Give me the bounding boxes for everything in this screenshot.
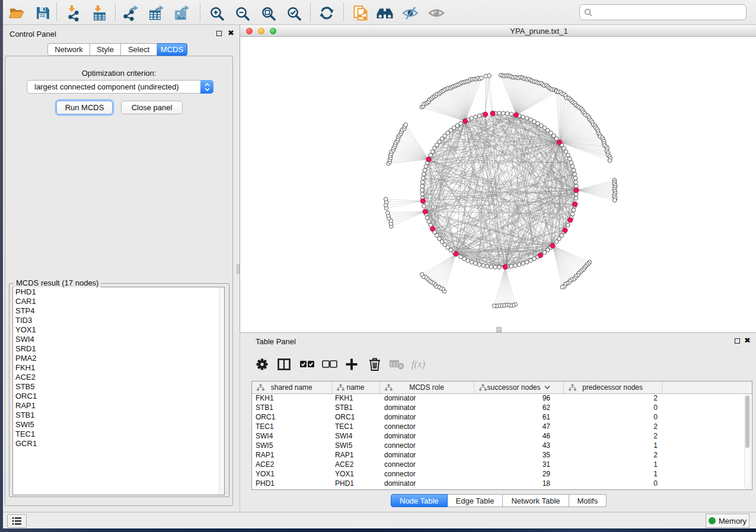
mcds-result-item[interactable]: SWI4 xyxy=(13,335,224,344)
first-neighbors-icon[interactable] xyxy=(352,4,369,22)
network-node[interactable] xyxy=(485,264,489,268)
network-node[interactable] xyxy=(385,211,390,215)
network-node[interactable] xyxy=(529,259,533,263)
memory-button[interactable]: Memory xyxy=(706,514,749,528)
network-node[interactable] xyxy=(470,260,474,264)
mcds-result-item[interactable]: STP4 xyxy=(13,306,224,316)
network-node[interactable] xyxy=(554,240,559,244)
tab-network[interactable]: Network xyxy=(47,43,90,56)
mcds-result-item[interactable]: SRD1 xyxy=(13,344,224,354)
create-column-icon[interactable] xyxy=(343,355,361,373)
column-header-predecessor-nodes[interactable]: predecessor nodes xyxy=(563,382,662,393)
network-node[interactable] xyxy=(474,261,478,265)
table-row[interactable]: TEC1TEC1 connector47 2 xyxy=(252,422,752,431)
maximize-traffic-light[interactable] xyxy=(270,28,276,34)
mcds-result-item[interactable]: PMA2 xyxy=(13,354,224,363)
network-node[interactable] xyxy=(543,251,547,255)
network-node[interactable] xyxy=(572,208,576,212)
network-node[interactable] xyxy=(505,111,509,116)
mcds-hub-node[interactable] xyxy=(430,226,435,231)
network-node[interactable] xyxy=(424,165,428,169)
mcds-result-item[interactable]: GCR1 xyxy=(13,439,224,448)
network-node[interactable] xyxy=(481,264,486,268)
network-node[interactable] xyxy=(492,304,496,308)
network-node[interactable] xyxy=(420,193,425,197)
table-row[interactable]: SWI5SWI5 connector43 1 xyxy=(252,441,752,450)
network-node[interactable] xyxy=(497,265,502,270)
network-node[interactable] xyxy=(566,153,570,158)
network-node[interactable] xyxy=(420,180,425,184)
mcds-result-item[interactable]: STB5 xyxy=(13,382,224,392)
network-node[interactable] xyxy=(427,220,431,224)
network-node[interactable] xyxy=(574,196,578,200)
mcds-result-item[interactable]: ORC1 xyxy=(13,392,224,401)
tab-mcds[interactable]: MCDS xyxy=(157,43,187,56)
network-node[interactable] xyxy=(477,114,481,118)
mcds-hub-node[interactable] xyxy=(573,202,578,207)
network-node[interactable] xyxy=(517,262,521,267)
network-node[interactable] xyxy=(569,161,573,165)
zoom-in-icon[interactable] xyxy=(208,4,225,22)
zoom-out-icon[interactable] xyxy=(233,4,251,22)
network-node[interactable] xyxy=(420,273,424,277)
network-node[interactable] xyxy=(573,176,578,180)
unselect-all-columns-icon[interactable] xyxy=(321,355,339,373)
delete-column-icon[interactable] xyxy=(366,355,384,373)
network-node[interactable] xyxy=(532,257,537,261)
table-scrollbar-thumb[interactable] xyxy=(745,396,749,448)
mcds-hub-node[interactable] xyxy=(462,118,467,123)
mcds-hub-node[interactable] xyxy=(490,111,495,116)
mcds-result-item[interactable]: CAR1 xyxy=(13,297,224,306)
show-columns-icon[interactable] xyxy=(275,355,293,373)
table-row[interactable]: RAP1RAP1 dominator35 2 xyxy=(252,450,752,460)
table-panel-close-icon[interactable]: ✖ xyxy=(744,338,751,344)
mcds-result-item[interactable]: TID3 xyxy=(13,316,224,325)
network-node[interactable] xyxy=(529,118,533,122)
network-node[interactable] xyxy=(420,188,425,193)
network-node[interactable] xyxy=(566,223,570,227)
tab-select[interactable]: Select xyxy=(121,43,157,56)
network-node[interactable] xyxy=(572,168,576,172)
network-node[interactable] xyxy=(384,197,388,201)
mcds-hub-node[interactable] xyxy=(454,251,458,256)
network-node[interactable] xyxy=(480,76,484,80)
table-row[interactable]: FKH1FKH1 dominator96 2 xyxy=(252,393,752,403)
table-settings-gear-icon[interactable] xyxy=(253,355,271,373)
table-scrollbar[interactable] xyxy=(744,395,751,489)
mcds-result-item[interactable]: RAP1 xyxy=(13,401,224,411)
column-header-empty[interactable] xyxy=(662,382,752,393)
table-row[interactable]: SWI4SWI4 dominator46 2 xyxy=(252,431,752,441)
table-row[interactable]: ORC1ORC1 dominator61 0 xyxy=(252,412,752,422)
network-node[interactable] xyxy=(509,264,513,268)
search-box[interactable] xyxy=(579,4,747,20)
close-panel-button[interactable]: Close panel xyxy=(121,101,183,114)
mcds-hub-node[interactable] xyxy=(538,253,543,258)
network-node[interactable] xyxy=(521,115,525,119)
select-all-columns-icon[interactable] xyxy=(298,355,316,373)
import-table-icon[interactable] xyxy=(91,4,109,22)
network-node[interactable] xyxy=(525,116,529,120)
network-node[interactable] xyxy=(532,120,537,124)
open-session-icon[interactable] xyxy=(8,4,25,22)
mcds-result-item[interactable]: SWI5 xyxy=(13,420,224,430)
network-node[interactable] xyxy=(613,198,617,203)
export-image-icon[interactable] xyxy=(173,4,190,22)
network-node[interactable] xyxy=(477,262,481,267)
mcds-hub-node[interactable] xyxy=(423,209,428,214)
network-node[interactable] xyxy=(564,150,568,154)
export-table-icon[interactable] xyxy=(147,4,165,22)
tab-motifs[interactable]: Motifs xyxy=(569,494,607,507)
table-row[interactable]: YOX1YOX1 connector29 1 xyxy=(252,469,752,479)
network-node[interactable] xyxy=(574,180,578,184)
network-node[interactable] xyxy=(422,204,426,209)
tab-style[interactable]: Style xyxy=(90,43,121,56)
mcds-hub-node[interactable] xyxy=(503,264,508,269)
mcds-hub-node[interactable] xyxy=(574,188,579,193)
network-node[interactable] xyxy=(502,111,506,116)
mcds-result-item[interactable]: FKH1 xyxy=(13,363,224,373)
save-session-icon[interactable] xyxy=(34,4,52,22)
column-header-MCDS-role[interactable]: MCDS role xyxy=(379,382,474,393)
table-row[interactable]: PHD1PHD1 dominator18 0 xyxy=(252,479,752,488)
network-node[interactable] xyxy=(421,176,425,180)
mcds-result-list[interactable]: PHD1CAR1STP4TID3YOX1SWI4SRD1PMA2FKH1ACE2… xyxy=(12,287,225,495)
